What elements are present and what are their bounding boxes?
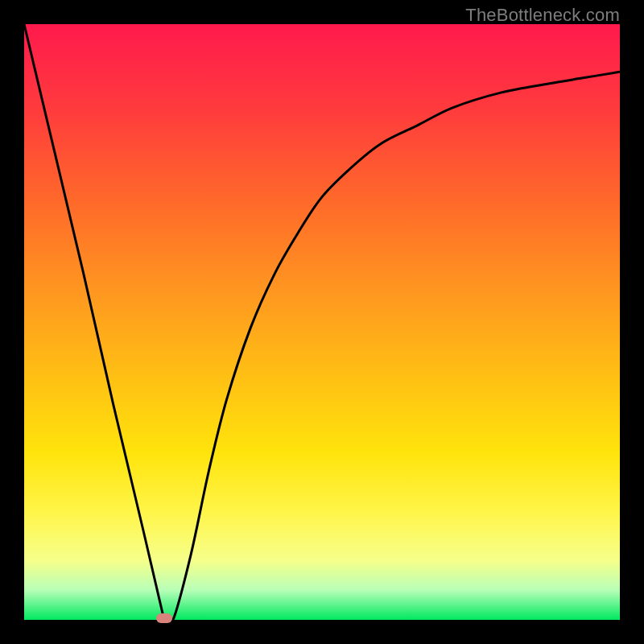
plot-area [24, 24, 620, 620]
minimum-marker [156, 613, 172, 623]
bottleneck-curve [24, 24, 620, 620]
curve-svg [24, 24, 620, 620]
watermark-text: TheBottleneck.com [465, 5, 620, 26]
chart-frame: TheBottleneck.com [0, 0, 644, 644]
